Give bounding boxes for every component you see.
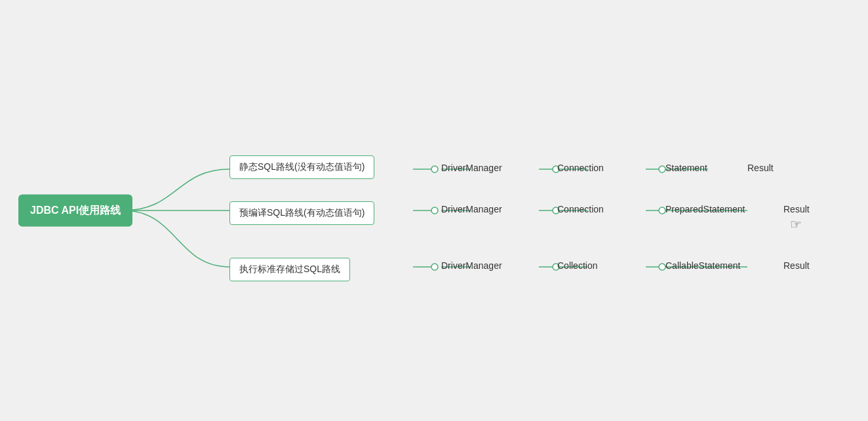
- b3-callablestatement-text: CallableStatement: [665, 260, 740, 271]
- svg-point-22: [431, 207, 438, 214]
- b1-connection-text: Connection: [557, 163, 604, 173]
- b2-result-text: Result: [783, 204, 810, 214]
- b2-connection-text: Connection: [557, 204, 604, 214]
- b1-drivermanager: DriverManager: [441, 163, 502, 173]
- b1-result: Result: [747, 163, 774, 173]
- svg-point-19: [431, 166, 438, 172]
- branch1-label: 静态SQL路线(没有动态值语句): [229, 155, 374, 179]
- b2-connection: Connection: [557, 204, 604, 214]
- diagram-container: JDBC API使用路线 静态SQL路线(没有动态值语句) 预编译SQL路线(有…: [0, 0, 868, 421]
- svg-point-25: [431, 264, 438, 270]
- b3-collection-text: Collection: [557, 260, 597, 271]
- b3-collection: Collection: [557, 260, 597, 271]
- svg-point-21: [659, 166, 665, 172]
- b3-drivermanager: DriverManager: [441, 260, 502, 271]
- root-node: JDBC API使用路线: [18, 195, 132, 227]
- b1-statement-text: Statement: [665, 163, 707, 173]
- branch3-label: 执行标准存储过SQL路线: [229, 258, 350, 281]
- b2-preparedstatement: PreparedStatement: [665, 204, 745, 214]
- b1-statement: Statement: [665, 163, 707, 173]
- b3-drivermanager-text: DriverManager: [441, 260, 502, 271]
- b1-drivermanager-text: DriverManager: [441, 163, 502, 173]
- b3-result-text: Result: [783, 260, 810, 271]
- b1-connection: Connection: [557, 163, 604, 173]
- branch2-label: 预编译SQL路线(有动态值语句): [229, 201, 374, 225]
- b2-drivermanager-text: DriverManager: [441, 204, 502, 214]
- svg-point-27: [659, 264, 665, 270]
- b2-result: Result: [783, 204, 810, 214]
- cursor-icon: ☞: [790, 216, 802, 232]
- b2-preparedstatement-text: PreparedStatement: [665, 204, 745, 214]
- b2-drivermanager: DriverManager: [441, 204, 502, 214]
- svg-point-24: [659, 207, 665, 214]
- b1-result-text: Result: [747, 163, 774, 173]
- b3-result: Result: [783, 260, 810, 271]
- b3-callablestatement: CallableStatement: [665, 260, 740, 271]
